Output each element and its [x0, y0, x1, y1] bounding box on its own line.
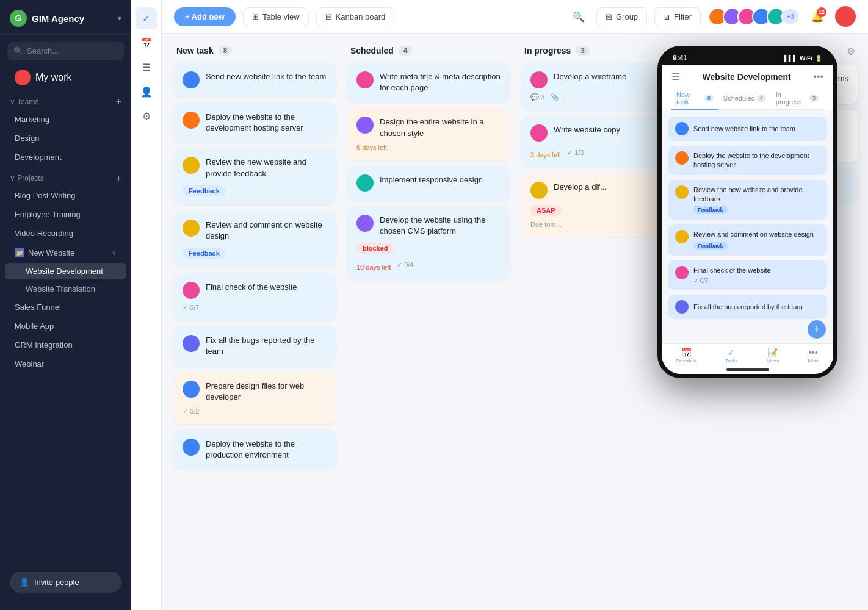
sidebar-item-mobile-app[interactable]: Mobile App	[5, 317, 126, 335]
search-button[interactable]: 🔍	[568, 6, 589, 27]
phone-tab-new-task[interactable]: New task 8	[671, 87, 718, 110]
phone-bottom-more[interactable]: ••• More	[808, 348, 819, 364]
development-label: Development	[15, 152, 62, 162]
signal-icon: ▌▌▌	[784, 55, 797, 62]
sidebar-item-blog-post[interactable]: Blog Post Writing	[5, 187, 126, 204]
group-button[interactable]: ⊞ Group	[596, 7, 647, 26]
tab-count: 3	[809, 95, 819, 102]
card-text: Review and comment on website design	[206, 220, 327, 242]
sidebar-search-box[interactable]: 🔍	[7, 42, 124, 60]
card-text: Final check of the website	[206, 282, 297, 293]
phone-menu-icon[interactable]: ☰	[671, 71, 680, 82]
card-responsive[interactable]: Implement responsive design	[348, 166, 510, 200]
more-label: More	[808, 358, 819, 364]
sidebar-item-design[interactable]: Design	[5, 129, 126, 147]
phone-tab-in-progress[interactable]: In progress 3	[771, 87, 823, 109]
phone-fab-button[interactable]: +	[808, 320, 826, 339]
sidebar-item-website-development[interactable]: Website Development	[5, 263, 126, 279]
card-avatar	[530, 124, 548, 142]
tab-count: 8	[704, 95, 714, 102]
notifications-button[interactable]: 🔔 12	[807, 6, 828, 27]
phone-bottom-schedule[interactable]: 📅 Schedule	[676, 348, 696, 364]
card-send-link[interactable]: Send new website link to the team	[174, 63, 336, 97]
search-input[interactable]	[27, 46, 118, 56]
add-new-button[interactable]: + Add new	[174, 7, 236, 26]
card-review-feedback[interactable]: Review the new website and provide feedb…	[174, 148, 336, 204]
col-title-scheduled: Scheduled	[350, 46, 394, 56]
card-design-website[interactable]: Design the entire website in a chosen st…	[348, 108, 510, 159]
feedback-tag: Feedback	[183, 248, 226, 259]
phone-more-icon[interactable]: •••	[813, 71, 823, 82]
table-view-label: Table view	[262, 12, 300, 21]
phone-card-comment[interactable]: Review and comment on website design Fee…	[668, 224, 827, 256]
card-meta-title[interactable]: Write meta title & meta description for …	[348, 63, 510, 102]
calendar-icon-btn[interactable]: 📅	[136, 32, 157, 54]
employee-training-label: Employee Training	[15, 210, 81, 219]
tab-count: 4	[757, 95, 766, 102]
settings-icon-btn[interactable]: ⚙	[136, 105, 157, 127]
card-text: Develop a dif...	[554, 182, 607, 193]
sidebar-item-video-recording[interactable]: Video Recording	[5, 224, 126, 242]
phone-bottom-tasks[interactable]: ✓ Tasks	[725, 348, 737, 364]
filter-button[interactable]: ⊿ Filter	[654, 7, 701, 26]
board-wrapper: New task 8 Send new website link to the …	[162, 34, 868, 610]
my-work-item[interactable]: My work	[5, 65, 126, 90]
sidebar-item-marketing[interactable]: Marketing	[5, 110, 126, 128]
card-avatar	[356, 174, 374, 192]
task-view-icon-btn[interactable]: ✓	[136, 7, 157, 29]
sidebar-item-webinar[interactable]: Webinar	[5, 355, 126, 373]
sidebar-item-sales-funnel[interactable]: Sales Funnel	[5, 298, 126, 316]
phone-bottom-notes[interactable]: 📝 Notes	[766, 348, 779, 364]
col-settings-icon[interactable]: ⚙	[847, 46, 855, 57]
sidebar-item-crm[interactable]: CRM Integration	[5, 336, 126, 354]
phone-card-text: Deploy the website to the development ho…	[693, 151, 820, 170]
filter-label: Filter	[674, 12, 692, 21]
card-comment-design[interactable]: Review and comment on website design Fee…	[174, 211, 336, 267]
sidebar-item-website-translation[interactable]: Website Translation	[5, 281, 126, 297]
my-work-label: My work	[35, 72, 72, 83]
kanban-board-button[interactable]: ⊟ Kanban board	[316, 7, 395, 26]
phone-cards: Send new website link to the team Deploy…	[662, 110, 833, 343]
phone-card-deploy-dev[interactable]: Deploy the website to the development ho…	[668, 146, 827, 175]
group-icon: ⊞	[606, 12, 612, 21]
list-icon-btn[interactable]: ☰	[136, 56, 157, 78]
card-deploy-dev[interactable]: Deploy the website to the development ho…	[174, 103, 336, 142]
card-cms-platform[interactable]: Develop the website using the chosen CMS…	[348, 206, 510, 279]
phone-card-final-check[interactable]: Final check of the website ✓ 0/7	[668, 260, 827, 290]
card-avatar	[356, 215, 374, 232]
add-project-button[interactable]: +	[116, 173, 121, 184]
new-website-label: New Website	[28, 248, 74, 257]
sidebar-logo[interactable]: G GIM Agency ▾	[0, 0, 131, 35]
phone-card-review[interactable]: Review the new website and provide feedb…	[668, 180, 827, 220]
phone-header: ☰ Website Development ••• New task 8 Sch…	[662, 65, 833, 110]
card-deploy-prod[interactable]: Deploy the website to the production env…	[174, 430, 336, 469]
add-team-button[interactable]: +	[116, 96, 121, 107]
card-final-check[interactable]: Final check of the website ✓ 0/7	[174, 273, 336, 320]
card-prepare-design[interactable]: Prepare design files for web developer ✓…	[174, 372, 336, 424]
wifi-icon: WiFi	[800, 55, 812, 62]
card-avatar	[183, 381, 200, 398]
card-text: Review the new website and provide feedb…	[206, 157, 327, 179]
phone-card-send-link[interactable]: Send new website link to the team	[668, 117, 827, 141]
phone-title: Website Development	[702, 72, 790, 82]
my-work-avatar	[15, 70, 31, 85]
phone-card-text: Review and comment on website design	[693, 230, 814, 239]
sidebar-item-new-website[interactable]: 📁 New Website ∨	[5, 243, 126, 262]
notes-icon: 📝	[767, 348, 778, 357]
webinar-label: Webinar	[15, 359, 44, 368]
card-avatar	[183, 157, 200, 174]
card-fix-bugs[interactable]: Fix all the bugs reported by the team	[174, 326, 336, 365]
phone-card-bugs[interactable]: Fix all the bugs reported by the team	[668, 295, 827, 319]
sidebar-item-employee-training[interactable]: Employee Training	[5, 206, 126, 223]
sidebar-item-development[interactable]: Development	[5, 148, 126, 166]
table-view-button[interactable]: ⊞ Table view	[243, 7, 309, 26]
phone-card-avatar	[675, 122, 689, 135]
user-avatar[interactable]	[835, 6, 856, 27]
sidebar: G GIM Agency ▾ 🔍 My work ∨ Teams + Marke…	[0, 0, 131, 610]
teams-label: ∨ Teams	[10, 98, 38, 106]
person-icon-btn[interactable]: 👤	[136, 81, 157, 102]
card-text: Develop a wireframe	[554, 71, 626, 82]
invite-people-button[interactable]: 👤 Invite people	[10, 572, 121, 593]
card-text: Design the entire website in a chosen st…	[380, 117, 501, 138]
phone-tab-scheduled[interactable]: Scheduled 4	[718, 87, 771, 109]
